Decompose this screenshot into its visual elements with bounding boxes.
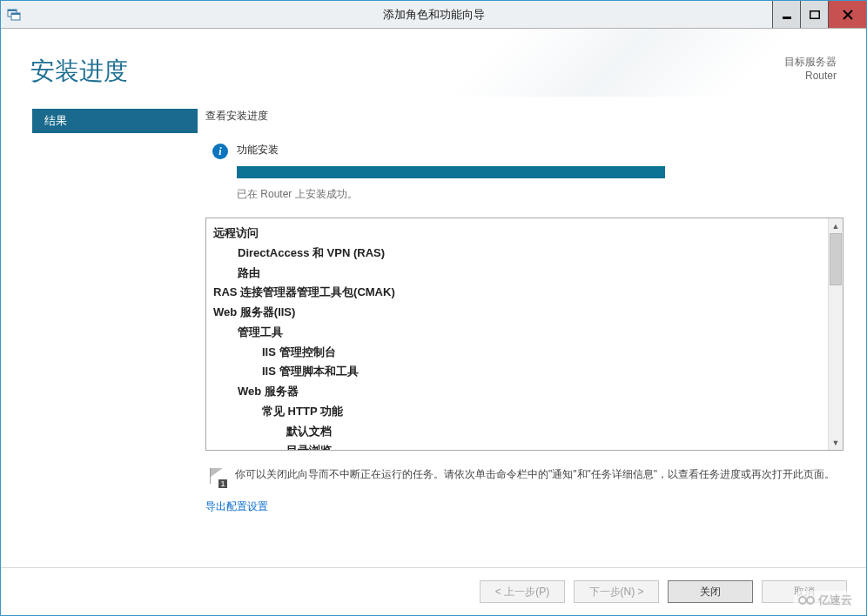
features-box: 远程访问DirectAccess 和 VPN (RAS)路由RAS 连接管理器管… [205, 218, 843, 451]
app-icon [6, 6, 24, 23]
feature-item: 远程访问 [213, 224, 823, 244]
destination-server-block: 目标服务器 Router [784, 55, 837, 82]
destination-server-value: Router [784, 70, 837, 82]
wizard-footer: < 上一步(P) 下一步(N) > 关闭 取消 [1, 567, 866, 615]
feature-item: 路由 [213, 264, 823, 284]
status-message: 已在 Router 上安装成功。 [237, 187, 843, 202]
scrollbar[interactable]: ▲ ▼ [828, 218, 843, 450]
status-row: i 功能安装 已在 Router 上安装成功。 [212, 143, 843, 214]
destination-server-label: 目标服务器 [784, 55, 837, 70]
features-list: 远程访问DirectAccess 和 VPN (RAS)路由RAS 连接管理器管… [206, 218, 828, 450]
feature-item: IIS 管理控制台 [213, 343, 823, 363]
minimize-button[interactable] [772, 1, 800, 28]
window-controls [772, 1, 866, 28]
close-button[interactable]: 关闭 [668, 580, 753, 603]
scroll-down-button[interactable]: ▼ [829, 435, 843, 450]
svg-rect-4 [783, 17, 791, 19]
scroll-up-button[interactable]: ▲ [829, 218, 843, 233]
info-icon: i [212, 144, 228, 159]
scroll-thumb[interactable] [830, 233, 842, 285]
window-title: 添加角色和功能向导 [383, 7, 485, 23]
feature-item: 管理工具 [213, 323, 823, 343]
flag-badge: 1 [218, 479, 228, 489]
svg-rect-5 [810, 10, 819, 18]
main-area: 结果 查看安装进度 i 功能安装 已在 Router 上安装成功。 远程访问Di… [1, 97, 866, 523]
wizard-header: 安装进度 目标服务器 Router [1, 29, 866, 97]
feature-item: RAS 连接管理器管理工具包(CMAK) [213, 283, 823, 303]
feature-item: IIS 管理脚本和工具 [213, 362, 823, 382]
close-window-button[interactable] [828, 1, 866, 28]
feature-item: 默认文档 [213, 422, 823, 442]
feature-item: 目录浏览 [213, 441, 823, 450]
maximize-button[interactable] [800, 1, 828, 28]
export-config-link[interactable]: 导出配置设置 [205, 499, 268, 514]
feature-item: Web 服务器 [213, 382, 823, 402]
status-title: 功能安装 [237, 143, 843, 157]
section-label: 查看安装进度 [205, 109, 843, 124]
note-text: 你可以关闭此向导而不中断正在运行的任务。请依次单击命令栏中的"通知"和"任务详细… [235, 466, 835, 483]
progress-bar [237, 166, 665, 178]
sidebar: 结果 [1, 97, 197, 523]
previous-button: < 上一步(P) [480, 580, 565, 603]
flag-icon: 1 [207, 468, 226, 487]
feature-item: DirectAccess 和 VPN (RAS) [213, 244, 823, 264]
sidebar-item-label: 结果 [44, 114, 67, 127]
next-button: 下一步(N) > [574, 580, 659, 603]
content-panel: 查看安装进度 i 功能安装 已在 Router 上安装成功。 远程访问Direc… [197, 97, 866, 523]
page-title: 安装进度 [30, 55, 128, 88]
watermark-text: 亿速云 [818, 593, 852, 608]
sidebar-item-results[interactable]: 结果 [32, 109, 198, 133]
feature-item: Web 服务器(IIS) [213, 303, 823, 323]
watermark: 亿速云 [793, 591, 857, 610]
feature-item: 常见 HTTP 功能 [213, 402, 823, 422]
note-block: 1 你可以关闭此向导而不中断正在运行的任务。请依次单击命令栏中的"通知"和"任务… [205, 466, 843, 487]
title-bar: 添加角色和功能向导 [1, 1, 866, 29]
svg-rect-3 [11, 13, 20, 15]
svg-rect-2 [8, 10, 17, 11]
